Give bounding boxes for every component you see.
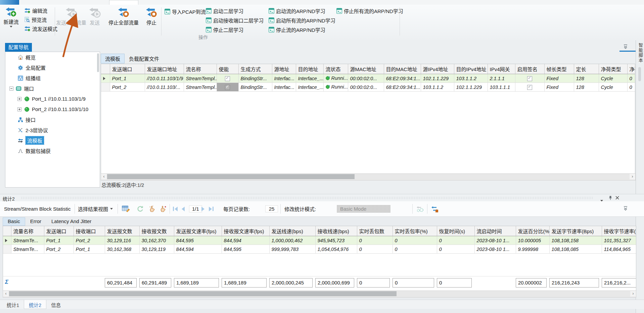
- tab-statistics-1[interactable]: 统计1: [2, 300, 24, 309]
- table-cell[interactable]: 844,594: [174, 245, 222, 254]
- scrollbar-thumb[interactable]: [9, 291, 397, 296]
- start-stream-arp-nd-button[interactable]: 启动流的ARP/ND学习: [269, 7, 325, 15]
- stop-stream-arp-nd-button[interactable]: 停止流的ARP/ND学习: [269, 25, 325, 34]
- smart-script-vertical-tab[interactable]: 智能脚本: [637, 43, 644, 63]
- start-all-streams-arp-nd-button[interactable]: 启动所有流的ARP/ND学习: [269, 16, 335, 24]
- toolbar-overflow-icon[interactable]: [623, 44, 629, 50]
- table-cell[interactable]: Port_2: [110, 83, 145, 92]
- table-cell[interactable]: BindingStr...: [238, 83, 272, 92]
- column-header[interactable]: 使能: [217, 64, 238, 74]
- scroll-left-arrow[interactable]: ‹: [101, 174, 107, 179]
- column-header[interactable]: 目的地址: [296, 64, 323, 74]
- table-cell[interactable]: Fixed: [544, 83, 574, 92]
- column-header[interactable]: 实时丢包数: [357, 226, 393, 236]
- scroll-left-arrow[interactable]: ‹: [3, 291, 9, 297]
- table-cell[interactable]: Interfac...: [272, 83, 296, 92]
- tab-stream-template[interactable]: 流模板: [101, 54, 125, 63]
- expand-expander-icon[interactable]: [17, 97, 21, 101]
- panel-drag-handle[interactable]: [21, 197, 594, 199]
- table-cell[interactable]: 2023-08-10 1...: [474, 236, 516, 245]
- stop-all-traffic-button[interactable]: 停止全部流量: [105, 7, 142, 26]
- stream-state-cell[interactable]: Runni...: [323, 83, 348, 92]
- preview-stream-button[interactable]: 预览流: [24, 15, 47, 23]
- prev-page-button[interactable]: [182, 201, 185, 216]
- column-header[interactable]: 发送报文速率(fps): [174, 226, 222, 236]
- stop-l2-learning-button[interactable]: 停止二层学习: [206, 25, 243, 34]
- sidebar-item-l23-protocols[interactable]: 2-3层协议: [5, 125, 100, 135]
- column-header[interactable]: 净荷: [627, 64, 635, 74]
- table-cell[interactable]: 844,594: [222, 236, 269, 245]
- table-cell[interactable]: StreamTe...: [11, 236, 44, 245]
- last-page-button[interactable]: [209, 201, 214, 216]
- tab-information[interactable]: 信息: [46, 300, 65, 309]
- row-selector-header[interactable]: [3, 226, 11, 236]
- table-cell[interactable]: 68:E2:09:34:1...: [384, 74, 421, 83]
- stream-state-cell[interactable]: Runni...: [323, 74, 348, 83]
- checkbox-checked-icon[interactable]: [225, 85, 230, 90]
- column-header[interactable]: 净荷类型: [599, 64, 627, 74]
- table-cell[interactable]: 00:00:02:0...: [348, 83, 384, 92]
- column-header[interactable]: 目的MAC地址: [384, 64, 421, 74]
- table-row[interactable]: StreamTe... Port_2 Port_1 30,162,368 30,…: [3, 245, 636, 254]
- column-header[interactable]: 发送报文数: [105, 226, 139, 236]
- per-page-input[interactable]: 25: [265, 201, 278, 216]
- column-header[interactable]: 源IPv4地址: [421, 64, 454, 74]
- table-cell[interactable]: //10.0.11.103/...: [145, 83, 184, 92]
- table-cell[interactable]: 2023-08-10 1...: [474, 245, 516, 254]
- table-cell[interactable]: 844,595: [174, 236, 222, 245]
- table-cell[interactable]: 0: [627, 74, 635, 83]
- enable-checkbox-cell[interactable]: [217, 74, 238, 83]
- start-l2-learning-button[interactable]: 启动二层学习: [206, 7, 243, 15]
- column-header[interactable]: 生成方式: [238, 64, 272, 74]
- column-header[interactable]: 恢复时间(s): [437, 226, 474, 236]
- table-cell[interactable]: 10.000005: [516, 236, 549, 245]
- table-cell[interactable]: Interface_...: [296, 83, 323, 92]
- sidebar-item-stream-template[interactable]: 流模板: [5, 135, 100, 146]
- table-cell[interactable]: 0: [357, 236, 393, 245]
- table-cell[interactable]: 30,129,119: [139, 245, 174, 254]
- select-result-view-button[interactable]: 选择结果视图: [78, 201, 113, 216]
- row-selector-header[interactable]: [101, 64, 110, 74]
- table-cell[interactable]: Cycle: [599, 74, 627, 83]
- config-navigation-tab[interactable]: 配置导航: [5, 43, 32, 52]
- clear-statistics-button[interactable]: [149, 201, 156, 216]
- signature-checkbox-cell[interactable]: [515, 83, 544, 92]
- sidebar-item-ports[interactable]: 端口: [5, 83, 100, 94]
- start-rx-port-l2-learning-button[interactable]: 启动接收端口二层学习: [206, 16, 264, 24]
- checkbox-checked-icon[interactable]: [527, 85, 532, 90]
- first-page-button[interactable]: [173, 201, 178, 216]
- table-cell[interactable]: 844,595: [222, 245, 269, 254]
- ribbon-tab-fragment[interactable]: [109, 0, 138, 5]
- tab-latency-and-jitter[interactable]: Latency And Jitter: [46, 217, 96, 226]
- table-cell[interactable]: 0: [393, 245, 437, 254]
- table-cell[interactable]: 9.999998: [516, 245, 549, 254]
- column-header[interactable]: 接收端口: [74, 226, 105, 236]
- current-row-marker[interactable]: [101, 74, 110, 83]
- checkbox-checked-icon[interactable]: [527, 76, 532, 81]
- table-cell[interactable]: StreamTempl...: [184, 83, 217, 92]
- table-cell[interactable]: Port_1: [74, 245, 105, 254]
- column-header[interactable]: 发送字节速率(Bps): [549, 226, 602, 236]
- clear-all-statistics-button[interactable]: [159, 201, 167, 216]
- stats-horizontal-scrollbar[interactable]: ‹ ›: [3, 291, 636, 298]
- column-header[interactable]: 流名称: [184, 64, 217, 74]
- toolbar-overflow-icon[interactable]: [623, 206, 629, 211]
- table-cell[interactable]: 108,108,085: [549, 245, 602, 254]
- sidebar-item-global-config[interactable]: 全局配置: [5, 62, 100, 73]
- stop-all-streams-arp-nd-button[interactable]: 停止所有流的ARP/ND学习: [336, 7, 403, 15]
- column-header[interactable]: 流状态: [323, 64, 348, 74]
- column-header[interactable]: 帧长类型: [544, 64, 574, 74]
- table-cell[interactable]: Port_1: [110, 74, 145, 83]
- table-cell[interactable]: 945,945,723: [315, 236, 357, 245]
- table-cell[interactable]: 0: [437, 236, 474, 245]
- stats-mode-dropdown[interactable]: Basic Mode: [337, 201, 390, 216]
- table-cell[interactable]: StreamTe...: [11, 245, 44, 254]
- table-cell[interactable]: 0: [437, 245, 474, 254]
- column-header[interactable]: 发送百分比(%): [516, 226, 549, 236]
- tab-load-profile[interactable]: 负载配置文件: [125, 54, 164, 63]
- stream-mode-disabled-button[interactable]: [416, 201, 424, 216]
- table-cell[interactable]: Port_2: [44, 245, 74, 254]
- scrollbar-thumb[interactable]: [107, 174, 355, 179]
- column-header[interactable]: 接收字节速率(Bps): [602, 226, 636, 236]
- nav-vertical-scrollbar[interactable]: [97, 53, 99, 72]
